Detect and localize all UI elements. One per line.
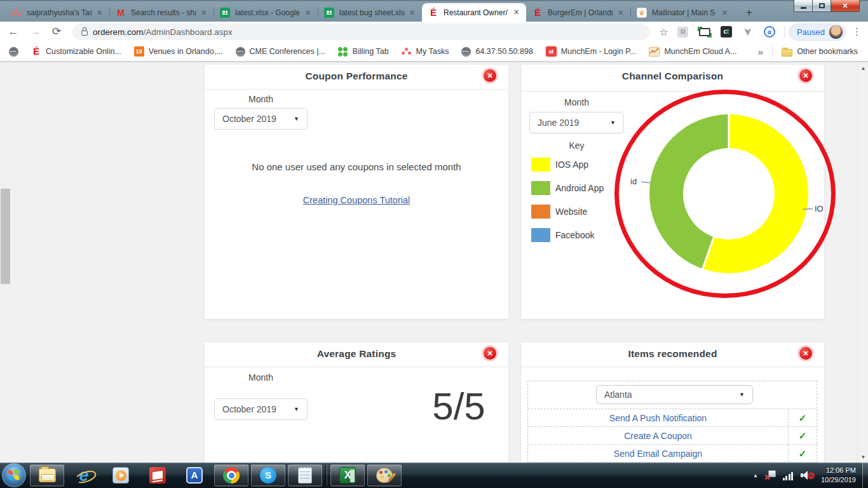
scroll-up-icon[interactable]: ▲ [858,64,868,74]
ct-extension-icon[interactable]: ct [719,25,733,39]
chevron-down-icon: ▼ [294,116,299,122]
bookmark-munchem-cloud[interactable]: MunchEm Cloud A... [649,47,736,57]
lock-icon[interactable] [81,30,88,36]
bookmark-customizable[interactable]: ÉCustomizable Onlin... [31,46,121,57]
network-error-icon[interactable] [766,470,776,480]
back-icon[interactable]: ← [5,24,22,40]
bookmark-my-tasks[interactable]: My Tasks [402,46,449,57]
amazon-assistant-icon[interactable]: a [763,25,776,39]
item-link[interactable]: Send Email Campaign [528,445,788,462]
browser-menu-icon[interactable]: ⋮ [852,26,862,37]
bookmark-cme[interactable]: CME Conferences |... [236,47,325,57]
orderem-icon: É [428,8,438,18]
taskbar-blue-a-button[interactable]: A [177,464,212,487]
bookmark-ip[interactable]: 64.37.50.50:898 [461,47,532,57]
other-bookmarks-button[interactable]: Other bookmarks [782,47,858,57]
tab-close-icon[interactable]: ✕ [303,9,313,17]
tab-separator [630,8,631,17]
taskbar-explorer-button[interactable] [29,464,65,487]
tab-close-icon[interactable]: ✕ [616,9,625,17]
notepad-icon [298,467,312,484]
profile-button[interactable]: Paused [789,24,846,41]
taskbar-reader-button[interactable] [140,464,175,487]
forward-icon[interactable]: → [27,24,43,40]
taskbar-notepad-button[interactable] [287,464,323,487]
panel-close-button[interactable]: ✕ [799,69,812,82]
bookmark-munchem-login[interactable]: atMunchEm - Login P... [546,46,637,57]
bookmark-label: CME Conferences |... [250,47,325,56]
tab-close-icon[interactable]: ✕ [720,9,729,17]
month-select[interactable]: October 2019 ▼ [214,398,308,420]
window-minimize-button[interactable] [794,0,813,12]
tab-mailinator[interactable]: ♛ Mailinator | Main S ✕ [630,4,735,22]
taskbar-chrome-button[interactable] [214,464,249,487]
tab-sheet-latest[interactable]: latest.xlsx - Google ✕ [214,4,318,22]
taskbar-excel-button[interactable]: X [330,464,365,487]
month-select[interactable]: June 2019 ▼ [529,112,624,133]
bookmark-label: 64.37.50.50:898 [475,47,532,56]
bookmarks-bar: ÉCustomizable Onlin... 10Venues in Orlan… [0,42,868,62]
muted-speaker-icon[interactable] [801,470,815,480]
tab-close-icon[interactable]: ✕ [199,9,208,17]
tab-close-icon[interactable]: ✕ [95,9,104,17]
tab-label: Restaurant Owner/ [444,8,509,17]
toolbar-divider [784,26,785,37]
tab-bug-sheet[interactable]: latest bug sheet.xls ✕ [318,4,422,22]
panel-divider [521,91,824,92]
extension-r-icon[interactable]: R [676,25,690,39]
tab-label: Search results - sha [131,8,196,17]
red-book-icon [149,467,166,484]
scroll-down-icon[interactable]: ▼ [858,452,868,463]
taskbar-ie-button[interactable]: e [66,464,102,487]
taskbar-skype-button[interactable]: S [250,464,286,487]
check-icon: ✓ [788,445,817,462]
panel-close-button[interactable]: ✕ [799,347,812,360]
panel-close-button[interactable]: ✕ [484,69,496,82]
tab-label: saiprathyusha's Tas [27,8,92,17]
month-select-value: June 2019 [538,118,579,128]
start-button[interactable] [2,463,26,487]
address-bar[interactable]: orderem.com/AdminDashboard.aspx [72,24,649,40]
creating-coupons-tutorial-link[interactable]: Creating Coupons Tutorial [205,195,508,205]
legend-label: Website [555,207,587,217]
bookmark-apps[interactable] [9,47,18,57]
scrollbar-thumb[interactable] [1,189,10,284]
tab-asana[interactable]: saiprathyusha's Tas ✕ [5,4,109,22]
tab-burgerem[interactable]: É BurgerEm | Orlando ✕ [526,4,630,22]
arrow-extension-icon[interactable]: ➤ [741,25,755,39]
check-icon: ✓ [788,409,817,426]
bookmarks-overflow-icon[interactable]: » [758,46,763,57]
bookmark-star-icon[interactable]: ☆ [660,26,668,38]
reload-icon[interactable]: ⟳ [48,24,65,40]
skype-icon: S [260,467,276,484]
other-bookmarks-label: Other bookmarks [797,47,858,56]
taskbar-paint-button[interactable] [367,464,402,487]
screenshot-extension-icon[interactable] [698,25,712,39]
new-tab-button[interactable]: + [741,4,757,21]
month-select-value: October 2019 [222,114,276,124]
bookmark-venues[interactable]: 10Venues in Orlando,... [134,46,223,57]
signal-bars-icon[interactable] [783,471,794,480]
item-link[interactable]: Create A Coupon [528,427,788,444]
window-maximize-button[interactable] [813,0,831,12]
tab-gmail[interactable]: M Search results - sha ✕ [109,4,214,22]
panel-close-button[interactable]: ✕ [484,347,496,360]
item-link[interactable]: Send A Push Notification [528,409,788,426]
tab-close-icon[interactable]: ✕ [407,9,417,17]
page-scrollbar[interactable]: ▲ ▼ [857,64,868,463]
window-close-button[interactable]: ✕ [831,0,860,12]
bookmark-billing-tab[interactable]: Billing Tab [338,46,389,57]
month-select[interactable]: October 2019 ▼ [214,108,308,130]
tab-close-icon[interactable]: ✕ [512,8,521,17]
google-sheets-icon [324,8,334,18]
rating-value: 5/5 [402,384,508,428]
location-select[interactable]: Atlanta ▼ [596,385,753,404]
url-text[interactable]: orderem.com/AdminDashboard.aspx [93,27,233,37]
clover-icon [338,46,348,57]
taskbar-clock[interactable]: 12:06 PM 10/29/2019 [821,466,856,485]
show-desktop-button[interactable] [862,463,868,488]
hidden-icons-arrow[interactable]: ▲ [753,473,758,478]
tab-restaurant-owner-active[interactable]: É Restaurant Owner/ ✕ [422,3,526,22]
tab-label: latest.xlsx - Google [235,8,301,17]
taskbar-media-player-button[interactable] [103,464,139,487]
